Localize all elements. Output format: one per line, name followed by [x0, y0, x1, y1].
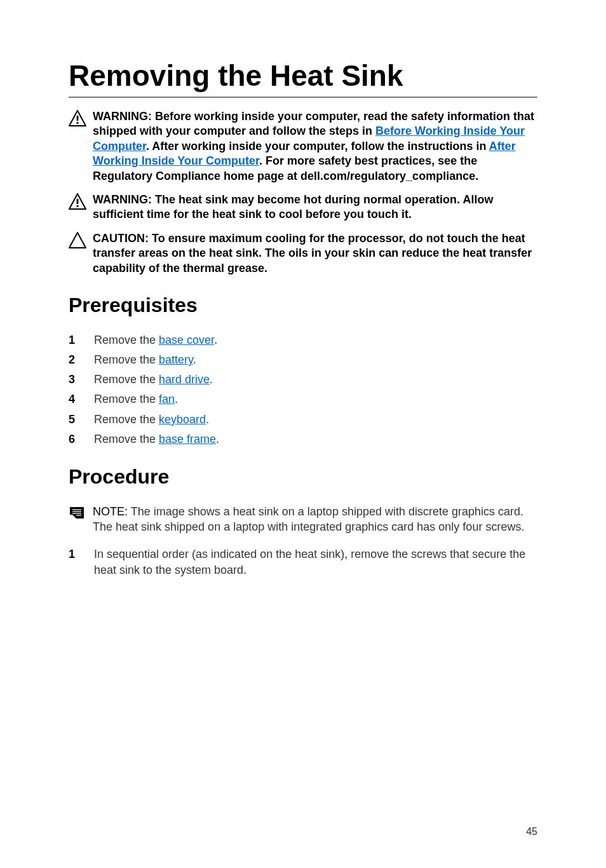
list-item: 2Remove the battery. — [69, 352, 537, 368]
list-item: 3Remove the hard drive. — [69, 372, 537, 388]
note-label: NOTE: — [93, 505, 131, 518]
svg-rect-2 — [77, 199, 79, 204]
warning-1-text: WARNING: Before working inside your comp… — [93, 109, 537, 184]
item-body: Remove the keyboard. — [94, 412, 537, 428]
item-post: . — [210, 373, 213, 386]
item-number: 2 — [69, 352, 94, 368]
item-post: . — [214, 334, 217, 346]
caution-notice: CAUTION: To ensure maximum cooling for t… — [69, 231, 537, 276]
item-number: 1 — [69, 332, 94, 348]
page-number: 45 — [526, 826, 537, 837]
page-title: Removing the Heat Sink — [69, 58, 537, 93]
item-link[interactable]: base frame — [159, 433, 216, 445]
warning-1-mid: . After working inside your computer, fo… — [146, 140, 489, 153]
item-pre: Remove the — [94, 413, 159, 426]
warning-notice-2: WARNING: The heat sink may become hot du… — [69, 193, 537, 222]
item-number: 6 — [69, 431, 94, 447]
item-pre: Remove the — [94, 334, 159, 346]
item-link[interactable]: fan — [159, 393, 175, 405]
list-item: 1In sequential order (as indicated on th… — [69, 546, 537, 578]
warning-2-text: WARNING: The heat sink may become hot du… — [93, 193, 537, 222]
item-link[interactable]: keyboard — [159, 413, 206, 426]
caution-text: CAUTION: To ensure maximum cooling for t… — [93, 231, 537, 276]
item-pre: Remove the — [94, 433, 159, 445]
item-post: . — [175, 393, 178, 405]
note-body: The image shows a heat sink on a laptop … — [93, 505, 524, 533]
item-post: . — [216, 433, 219, 445]
item-number: 1 — [69, 546, 94, 562]
list-item: 4Remove the fan. — [69, 391, 537, 407]
item-post: . — [206, 413, 209, 426]
item-link[interactable]: hard drive — [159, 373, 210, 386]
procedure-list: 1In sequential order (as indicated on th… — [69, 546, 537, 578]
item-pre: Remove the — [94, 353, 159, 366]
item-pre: Remove the — [94, 373, 159, 386]
svg-rect-1 — [77, 122, 79, 124]
item-number: 5 — [69, 412, 94, 428]
item-body: Remove the base frame. — [94, 431, 537, 447]
item-body: Remove the base cover. — [94, 332, 537, 348]
item-body: Remove the battery. — [94, 352, 537, 368]
list-item: 1Remove the base cover. — [69, 332, 537, 348]
procedure-note: NOTE: The image shows a heat sink on a l… — [69, 504, 537, 535]
note-icon — [69, 504, 93, 520]
item-body: Remove the hard drive. — [94, 372, 537, 388]
warning-icon — [69, 193, 93, 210]
page-container: Removing the Heat Sink WARNING: Before w… — [0, 0, 606, 868]
list-item: 5Remove the keyboard. — [69, 412, 537, 428]
caution-icon — [69, 231, 93, 248]
warning-notice-1: WARNING: Before working inside your comp… — [69, 109, 537, 184]
item-body: Remove the fan. — [94, 391, 537, 407]
prerequisites-list: 1Remove the base cover.2Remove the batte… — [69, 332, 537, 447]
procedure-heading: Procedure — [69, 465, 537, 489]
item-link[interactable]: base cover — [159, 334, 214, 346]
item-link[interactable]: battery — [159, 353, 193, 366]
procedure-note-text: NOTE: The image shows a heat sink on a l… — [93, 504, 537, 535]
svg-rect-3 — [77, 205, 79, 207]
list-item: 6Remove the base frame. — [69, 431, 537, 447]
title-divider — [69, 97, 537, 98]
prerequisites-heading: Prerequisites — [69, 294, 537, 317]
item-pre: Remove the — [94, 393, 159, 405]
item-body: In sequential order (as indicated on the… — [94, 546, 537, 578]
svg-rect-0 — [77, 116, 79, 121]
warning-icon — [69, 109, 93, 126]
item-number: 3 — [69, 372, 94, 388]
item-number: 4 — [69, 391, 94, 407]
item-post: . — [193, 353, 196, 366]
